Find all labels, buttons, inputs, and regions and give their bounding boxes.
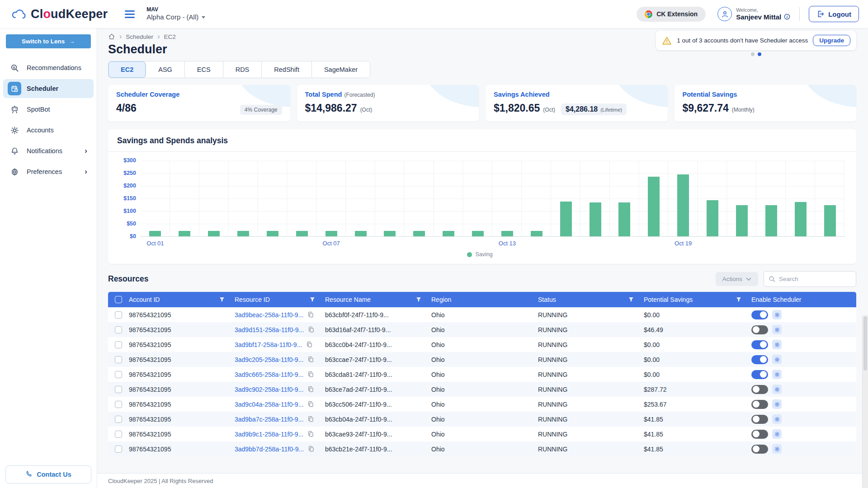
tab-asg[interactable]: ASG	[146, 61, 185, 78]
tab-ec2[interactable]: EC2	[108, 61, 146, 78]
select-all-checkbox[interactable]	[115, 296, 122, 303]
resource-id-link[interactable]: 3ad9bf17-258a-11f0-9...	[235, 341, 302, 348]
scheduler-toggle[interactable]	[751, 415, 768, 424]
schedule-settings-gear-icon[interactable]	[772, 310, 782, 319]
schedule-settings-gear-icon[interactable]	[772, 429, 782, 439]
row-checkbox[interactable]	[115, 386, 122, 393]
x-tick-label	[698, 240, 727, 247]
breadcrumb-ec2[interactable]: EC2	[164, 33, 175, 40]
scheduler-toggle[interactable]	[751, 370, 768, 379]
resource-id-link[interactable]: 3ad9b9c1-258a-11f0-9...	[235, 431, 303, 438]
resource-id-link[interactable]: 3ad9c04a-258a-11f0-9...	[235, 401, 303, 408]
copy-icon[interactable]	[307, 386, 314, 393]
row-checkbox[interactable]	[115, 446, 122, 453]
tab-ecs[interactable]: ECS	[185, 61, 223, 78]
filter-icon[interactable]	[628, 297, 634, 302]
scheduler-toggle[interactable]	[751, 400, 768, 409]
row-checkbox[interactable]	[115, 356, 122, 363]
scrollbar[interactable]	[862, 315, 868, 488]
row-checkbox[interactable]	[115, 416, 122, 423]
scheduler-toggle[interactable]	[751, 385, 768, 394]
org-value[interactable]: Alpha Corp - (All)	[146, 13, 205, 22]
table-header: Account ID Resource ID Resource Name Reg…	[108, 292, 856, 307]
table-row: 9876543210953ad9beac-258a-11f0-9...b63cb…	[108, 307, 856, 322]
copy-icon[interactable]	[308, 446, 315, 452]
scrollbar-thumb[interactable]	[863, 316, 867, 371]
schedule-settings-gear-icon[interactable]	[772, 325, 782, 334]
scheduler-toggle[interactable]	[751, 340, 768, 349]
tab-redshift[interactable]: RedShift	[262, 61, 312, 78]
carousel-dot-active[interactable]	[758, 52, 761, 56]
schedule-settings-gear-icon[interactable]	[772, 414, 782, 424]
resource-id-link[interactable]: 3ad9d151-258a-11f0-9...	[235, 326, 304, 333]
upgrade-button[interactable]: Upgrade	[813, 35, 850, 46]
resource-id-link[interactable]: 3ad9ba7c-258a-11f0-9...	[235, 416, 303, 423]
sidebar-item-spotbot[interactable]: SpotBot	[3, 100, 94, 119]
sidebar-item-notifications[interactable]: Notifications ›	[3, 141, 94, 160]
scheduler-toggle[interactable]	[751, 355, 768, 364]
cell-region: Ohio	[431, 356, 538, 363]
hamburger-menu-icon[interactable]	[125, 10, 135, 18]
info-icon[interactable]	[784, 14, 790, 20]
resource-id-link[interactable]: 3ad9c205-258a-11f0-9...	[235, 356, 303, 363]
tab-sagemaker[interactable]: SageMaker	[312, 61, 370, 78]
sidebar-item-preferences[interactable]: Preferences ›	[3, 162, 94, 181]
copy-icon[interactable]	[307, 416, 314, 422]
sidebar-item-recommendations[interactable]: $ Recommendations	[3, 58, 94, 77]
copy-icon[interactable]	[307, 401, 314, 408]
filter-icon[interactable]	[219, 297, 225, 302]
row-checkbox[interactable]	[115, 371, 122, 378]
user-name: Sanjeev Mittal	[736, 13, 790, 21]
filter-icon[interactable]	[416, 297, 421, 302]
scheduler-toggle[interactable]	[751, 310, 768, 319]
logout-button[interactable]: Logout	[809, 6, 859, 22]
resource-id-link[interactable]: 3ad9c665-258a-11f0-9...	[235, 371, 303, 378]
copy-icon[interactable]	[307, 356, 314, 363]
schedule-settings-gear-icon[interactable]	[772, 355, 782, 364]
tab-rds[interactable]: RDS	[223, 61, 262, 78]
filter-icon[interactable]	[310, 297, 315, 302]
switch-to-lens-button[interactable]: Switch to Lens→	[6, 34, 91, 48]
resource-id-link[interactable]: 3ad9bb7d-258a-11f0-9...	[235, 446, 304, 453]
search-input[interactable]	[779, 276, 851, 282]
scheduler-toggle[interactable]	[751, 445, 768, 454]
row-checkbox[interactable]	[115, 341, 122, 348]
row-checkbox[interactable]	[115, 311, 122, 319]
copy-icon[interactable]	[306, 341, 313, 348]
actions-dropdown[interactable]: Actions	[716, 272, 758, 286]
resource-id-link[interactable]: 3ad9beac-258a-11f0-9...	[235, 311, 303, 319]
col-resource-name: Resource Name	[325, 296, 371, 303]
copy-icon[interactable]	[307, 431, 314, 437]
schedule-settings-gear-icon[interactable]	[772, 385, 782, 394]
copy-icon[interactable]	[307, 311, 314, 318]
row-checkbox[interactable]	[115, 431, 122, 438]
arrow-right-icon: →	[69, 38, 75, 45]
user-menu[interactable]: Welcome, Sanjeev Mittal	[717, 7, 790, 21]
org-selector[interactable]: MAV Alpha Corp - (All)	[146, 6, 205, 22]
schedule-settings-gear-icon[interactable]	[772, 370, 782, 379]
row-checkbox[interactable]	[115, 401, 122, 408]
ck-extension-button[interactable]: CK Extension	[637, 7, 706, 22]
scheduler-toggle[interactable]	[751, 325, 768, 334]
copy-icon[interactable]	[307, 371, 314, 378]
schedule-settings-gear-icon[interactable]	[772, 444, 782, 454]
resource-id-link[interactable]: 3ad9c902-258a-11f0-9...	[235, 386, 303, 393]
carousel-dot[interactable]	[751, 52, 755, 56]
breadcrumb-scheduler[interactable]: Scheduler	[126, 33, 153, 40]
sidebar: Switch to Lens→ $ Recommendations Schedu…	[0, 28, 97, 488]
sidebar-item-accounts[interactable]: Accounts	[3, 121, 94, 140]
contact-us-button[interactable]: Contact Us	[5, 465, 91, 483]
copy-icon[interactable]	[308, 326, 315, 333]
sidebar-item-scheduler[interactable]: Scheduler	[3, 79, 94, 98]
schedule-settings-gear-icon[interactable]	[772, 399, 782, 409]
scheduler-toggle[interactable]	[751, 430, 768, 439]
home-icon[interactable]	[108, 33, 115, 40]
filter-icon[interactable]	[736, 297, 741, 302]
row-checkbox[interactable]	[115, 326, 122, 333]
bar-slot	[493, 161, 522, 236]
schedule-settings-gear-icon[interactable]	[772, 340, 782, 349]
bar-slot	[375, 161, 405, 236]
bar-slot	[287, 161, 316, 236]
bar-slot	[316, 161, 346, 236]
header-divider	[799, 7, 800, 21]
